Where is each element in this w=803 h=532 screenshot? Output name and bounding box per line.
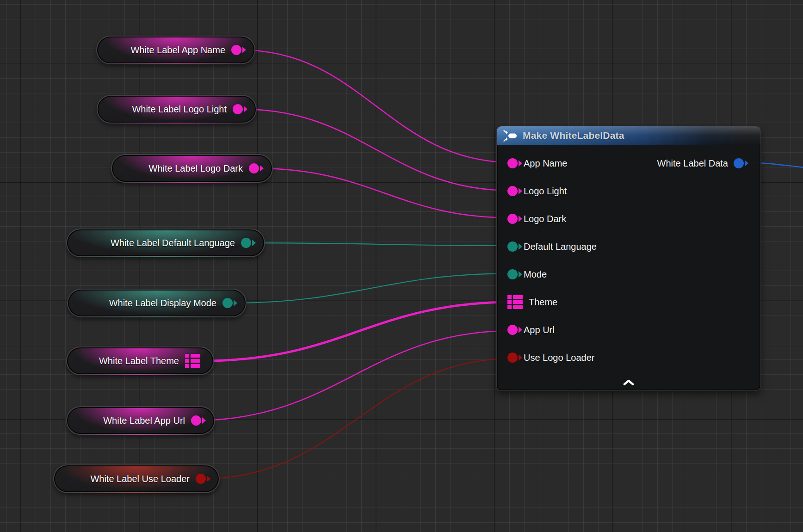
wire-theme[interactable] bbox=[204, 302, 512, 361]
input-pin-app-url[interactable] bbox=[507, 325, 518, 335]
pin-row-theme: Theme bbox=[497, 288, 760, 316]
wire-default-language[interactable] bbox=[249, 243, 512, 246]
collapse-pins-button[interactable] bbox=[619, 377, 638, 387]
node-label: White Label Display Mode bbox=[109, 298, 216, 309]
node-label: White Label App Url bbox=[103, 415, 185, 426]
input-pin-use-logo-loader[interactable] bbox=[507, 353, 518, 363]
node-get-white-label-display-mode[interactable]: White Label Display Mode bbox=[67, 289, 247, 317]
pin-label: App Url bbox=[524, 325, 555, 335]
pin-row-mode: Mode bbox=[497, 260, 760, 288]
output-pin-string[interactable] bbox=[249, 163, 259, 173]
pin-row-logo-dark: Logo Dark bbox=[497, 205, 760, 233]
output-pin-string[interactable] bbox=[233, 104, 243, 114]
output-pin-text[interactable] bbox=[241, 238, 251, 248]
pin-label: Mode bbox=[524, 269, 547, 280]
output-pin-text[interactable] bbox=[222, 298, 233, 308]
node-label: White Label Logo Dark bbox=[149, 163, 243, 174]
node-get-white-label-use-loader[interactable]: White Label Use Loader bbox=[53, 464, 220, 493]
node-get-white-label-app-name[interactable]: White Label App Name bbox=[96, 36, 255, 64]
output-pin-string[interactable] bbox=[231, 45, 241, 55]
input-pin-logo-light[interactable] bbox=[507, 186, 518, 196]
output-pin-white-label-data[interactable] bbox=[734, 158, 744, 168]
node-title: Make WhiteLabelData bbox=[523, 130, 624, 141]
node-label: White Label App Name bbox=[130, 45, 225, 56]
node-label: White Label Logo Light bbox=[132, 104, 227, 115]
input-pin-logo-dark[interactable] bbox=[507, 214, 518, 224]
node-get-white-label-theme[interactable]: White Label Theme bbox=[66, 346, 214, 375]
wire-logo-light[interactable] bbox=[241, 109, 512, 191]
input-pin-default-language[interactable] bbox=[507, 241, 518, 252]
output-pin-label: White Label Data bbox=[657, 158, 728, 169]
struct-pin-icon[interactable] bbox=[185, 354, 200, 368]
input-pin-theme-struct-icon[interactable] bbox=[507, 295, 523, 309]
wire-app-url[interactable] bbox=[194, 331, 512, 421]
pin-row-app-url: App Url bbox=[497, 316, 760, 344]
wire-app-name[interactable] bbox=[241, 50, 512, 162]
pin-row-app-name: App Name White Label Data bbox=[497, 149, 760, 177]
output-pin-string[interactable] bbox=[191, 415, 201, 426]
pin-label: Logo Light bbox=[524, 186, 567, 197]
node-label: White Label Default Language bbox=[111, 238, 235, 248]
node-make-whitelabeldata[interactable]: Make WhiteLabelData App Name White Label… bbox=[496, 126, 761, 391]
make-struct-icon bbox=[503, 130, 517, 142]
output-pin-bool[interactable] bbox=[196, 474, 206, 484]
input-pin-mode[interactable] bbox=[507, 269, 518, 279]
blueprint-graph-canvas[interactable]: White Label App Name White Label Logo Li… bbox=[0, 0, 803, 532]
node-get-white-label-app-url[interactable]: White Label App Url bbox=[66, 406, 215, 435]
pin-label: App Name bbox=[524, 158, 568, 169]
chevron-up-icon bbox=[623, 379, 635, 385]
wire-logo-dark[interactable] bbox=[257, 168, 512, 218]
pin-label: Logo Dark bbox=[524, 214, 566, 224]
pin-label: Default Language bbox=[524, 241, 597, 252]
node-get-white-label-default-language[interactable]: White Label Default Language bbox=[66, 229, 265, 257]
pin-label: Theme bbox=[529, 297, 557, 308]
node-label: White Label Use Loader bbox=[90, 474, 190, 484]
pin-row-use-logo-loader: Use Logo Loader bbox=[497, 344, 760, 371]
node-label: White Label Theme bbox=[99, 356, 179, 366]
node-get-white-label-logo-dark[interactable]: White Label Logo Dark bbox=[111, 154, 273, 183]
node-get-white-label-logo-light[interactable]: White Label Logo Light bbox=[97, 95, 257, 124]
input-pin-app-name[interactable] bbox=[507, 158, 518, 168]
pin-row-logo-light: Logo Light bbox=[497, 177, 760, 205]
wire-display-mode[interactable] bbox=[230, 273, 512, 303]
pin-row-default-language: Default Language bbox=[497, 233, 760, 260]
node-body: App Name White Label Data Logo Light Log… bbox=[497, 145, 760, 371]
node-header[interactable]: Make WhiteLabelData bbox=[497, 126, 760, 145]
wire-use-loader[interactable] bbox=[203, 359, 512, 479]
pin-label: Use Logo Loader bbox=[524, 353, 594, 363]
